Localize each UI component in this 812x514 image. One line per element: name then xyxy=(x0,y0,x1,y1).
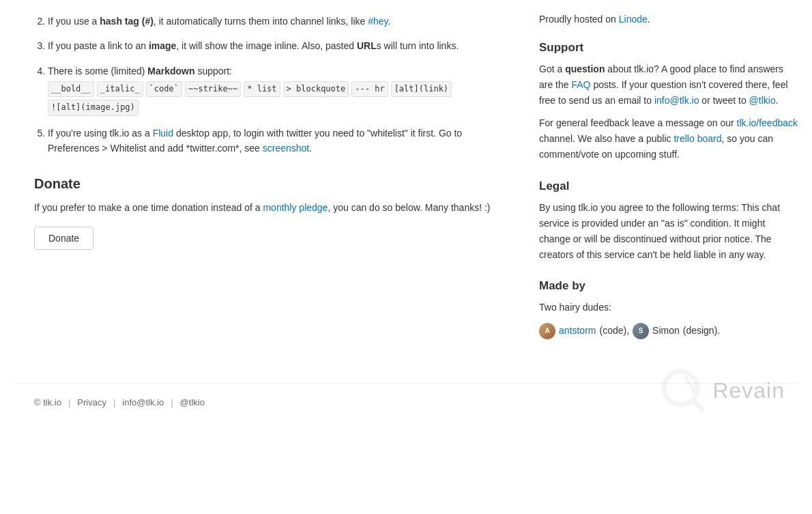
code-strike: ~~strike~~ xyxy=(185,81,241,97)
made-by-intro: Two hairy dudes: xyxy=(539,300,798,315)
twitter-link[interactable]: @tlkio xyxy=(749,95,776,106)
monthly-pledge-link[interactable]: monthly pledge xyxy=(263,202,328,213)
donate-title: Donate xyxy=(34,176,512,192)
svg-line-1 xyxy=(693,400,702,410)
markdown-code-block: __bold__ _italic_ `code` ~~strike~~ * li… xyxy=(48,81,512,115)
linode-link[interactable]: Linode xyxy=(619,14,648,25)
legal-title: Legal xyxy=(539,180,798,193)
list-item-image: If you paste a link to an image, it will… xyxy=(48,38,512,53)
list-item-fluid: If you're using tlk.io as a Fluid deskto… xyxy=(48,126,512,156)
revain-text: Revain xyxy=(712,378,785,403)
code-hr: --- hr xyxy=(351,81,388,97)
legal-text: By using tlk.io you agree to the followi… xyxy=(539,200,798,263)
legal-section: Legal By using tlk.io you agree to the f… xyxy=(539,180,798,263)
donate-button[interactable]: Donate xyxy=(34,227,93,250)
revain-icon xyxy=(659,367,707,414)
list-item-hashtag: If you use a hash tag (#), it automatica… xyxy=(48,14,512,29)
made-by-title: Made by xyxy=(539,279,798,293)
email-link[interactable]: info@tlk.io xyxy=(654,95,699,106)
bold-markdown: Markdown xyxy=(147,66,194,76)
donate-section: Donate If you prefer to make a one time … xyxy=(34,176,512,249)
faq-link[interactable]: FAQ xyxy=(571,79,590,90)
code-blockquote: > blockquote xyxy=(283,81,349,97)
support-para1: Got a question about tlk.io? A good plac… xyxy=(539,61,798,109)
footer-copyright: © tlk.io xyxy=(34,397,61,408)
left-column: If you use a hash tag (#), it automatica… xyxy=(14,14,512,356)
made-by-people: A antstorm (code), S Simon (design). xyxy=(539,322,798,339)
footer: © tlk.io | Privacy | info@tlk.io | @tlki… xyxy=(14,383,798,421)
footer-email-link[interactable]: info@tlk.io xyxy=(122,397,164,408)
right-column: Proudly hosted on Linode. Support Got a … xyxy=(539,14,798,356)
antstorm-link[interactable]: antstorm xyxy=(559,322,596,339)
revain-logo: Revain xyxy=(659,367,785,414)
list-item-markdown: There is some (limited) Markdown support… xyxy=(48,63,512,116)
bold-url: URL xyxy=(357,40,377,51)
antstorm-role: (code), xyxy=(599,322,629,339)
support-title: Support xyxy=(539,41,798,55)
hosted-text: Proudly hosted on Linode. xyxy=(539,14,798,25)
bold-hashtag: hash tag (#) xyxy=(100,16,154,27)
feedback-link[interactable]: tlk.io/feedback xyxy=(737,117,798,128)
bold-question: question xyxy=(565,63,605,74)
code-code: `code` xyxy=(146,81,182,97)
footer-sep-2: | xyxy=(113,397,115,408)
avatar-antstorm: A xyxy=(539,323,555,339)
hey-link[interactable]: #hey xyxy=(368,16,388,27)
simon-name: Simon xyxy=(652,322,680,339)
trello-link[interactable]: trello board xyxy=(673,133,721,144)
fluid-link[interactable]: Fluid xyxy=(153,128,173,139)
support-para2: For general feedback leave a message on … xyxy=(539,115,798,162)
code-bold: __bold__ xyxy=(48,81,94,97)
code-list: * list xyxy=(244,81,280,97)
donate-description: If you prefer to make a one time donatio… xyxy=(34,200,512,215)
footer-links: © tlk.io | Privacy | info@tlk.io | @tlki… xyxy=(14,397,205,408)
footer-sep-3: | xyxy=(171,397,173,408)
simon-role: (design). xyxy=(683,322,720,339)
screenshot-link[interactable]: screenshot xyxy=(263,143,309,154)
footer-privacy-link[interactable]: Privacy xyxy=(77,397,106,408)
footer-twitter-link[interactable]: @tlkio xyxy=(180,397,205,408)
code-image-md: ![alt](image.jpg) xyxy=(48,100,139,115)
support-section: Support Got a question about tlk.io? A g… xyxy=(539,41,798,163)
code-link: [alt](link) xyxy=(391,81,452,97)
bold-image: image xyxy=(149,40,176,51)
avatar-simon: S xyxy=(633,323,649,339)
made-by-section: Made by Two hairy dudes: A antstorm (cod… xyxy=(539,279,798,339)
code-italic: _italic_ xyxy=(97,81,143,97)
footer-sep-1: | xyxy=(68,397,70,408)
